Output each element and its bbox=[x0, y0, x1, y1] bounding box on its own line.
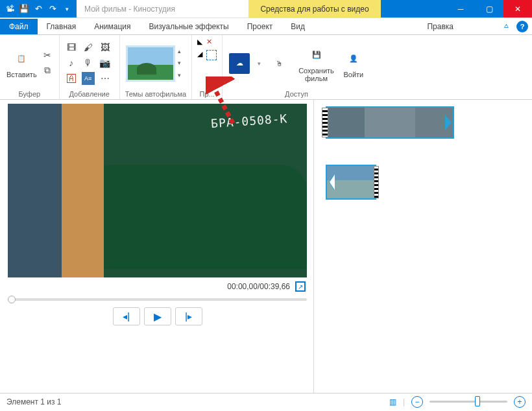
tab-home[interactable]: Главная bbox=[38, 19, 86, 34]
play-button[interactable]: ▶ bbox=[144, 307, 171, 325]
zoom-slider-thumb[interactable] bbox=[475, 396, 480, 406]
theme-gallery-scroll[interactable]: ▴ ▾ ▾ bbox=[178, 45, 186, 82]
playback-slider-thumb[interactable] bbox=[8, 296, 16, 303]
delete-icon[interactable]: ✕ bbox=[206, 38, 212, 46]
minimize-button[interactable]: ─ bbox=[446, 0, 475, 18]
add-video-icon[interactable]: 🎞 bbox=[65, 41, 78, 54]
ribbon-tabs: Файл Главная Анимация Визуальные эффекты… bbox=[0, 18, 532, 35]
paste-label: Вставить bbox=[6, 71, 37, 78]
share-cursor-icon: 🖱 bbox=[269, 53, 289, 74]
chevron-down-icon[interactable]: ▾ bbox=[178, 60, 186, 66]
snapshot-icon[interactable]: 📷 bbox=[99, 56, 112, 69]
close-button[interactable]: ✕ bbox=[503, 0, 532, 18]
login-label: Войти bbox=[343, 71, 363, 78]
view-thumbnails-icon[interactable]: ▥ bbox=[389, 397, 396, 406]
qat-dropdown-icon[interactable]: ▾ bbox=[62, 5, 71, 14]
maximize-button[interactable]: ▢ bbox=[475, 0, 503, 18]
fullscreen-icon[interactable]: ↗ bbox=[295, 281, 306, 292]
preview-frame: БРА-0508-К bbox=[8, 104, 307, 277]
gallery-expand-icon[interactable]: ▾ bbox=[178, 72, 186, 78]
file-tab[interactable]: Файл bbox=[0, 19, 38, 34]
tab-edit-context[interactable]: Правка bbox=[383, 19, 498, 34]
paste-button[interactable]: 📋 Вставить bbox=[5, 47, 38, 80]
adding-buttons: 🎞 🖌 🖼 ♪ 🎙 📷 🄰 A≡ ⋯ bbox=[65, 41, 114, 86]
tab-animation[interactable]: Анимация bbox=[85, 19, 139, 34]
status-item-count: Элемент 1 из 1 bbox=[6, 397, 62, 406]
share-more-icon[interactable]: ▾ bbox=[258, 60, 261, 67]
group-edit: ◣ ✕ ◢ Пр... bbox=[192, 35, 223, 99]
help-icon[interactable]: ? bbox=[516, 21, 528, 32]
titlebar: 📽 💾 ↶ ↷ ▾ Мой фильм - Киностудия Средств… bbox=[0, 0, 532, 18]
clipboard-icon: 📋 bbox=[11, 49, 32, 69]
status-right: ▥ | − + bbox=[389, 396, 526, 408]
group-themes-label: Темы автофильма bbox=[125, 89, 187, 98]
timeline-clip-1[interactable] bbox=[326, 106, 454, 139]
preview-pane: БРА-0508-К 00:00,00/00:39,66 ↗ ◂ǀ ▶ ǀ▸ bbox=[0, 100, 314, 393]
undo-icon[interactable]: ↶ bbox=[34, 5, 43, 14]
chevron-up-icon[interactable]: ▴ bbox=[178, 48, 186, 54]
next-frame-button[interactable]: ǀ▸ bbox=[175, 307, 202, 325]
save-movie-label: Сохранить фильм bbox=[298, 67, 334, 82]
select-all-icon[interactable] bbox=[206, 50, 217, 60]
time-display: 00:00,00/00:39,66 bbox=[227, 282, 290, 291]
record-icon[interactable]: 🎙 bbox=[82, 56, 95, 69]
user-icon: 👤 bbox=[343, 49, 364, 69]
save-movie-button[interactable]: 💾 Сохранить фильм bbox=[297, 43, 335, 84]
playback-slider-row bbox=[8, 296, 307, 307]
titlebar-spacer bbox=[381, 0, 446, 18]
preview-info-row: 00:00,00/00:39,66 ↗ bbox=[8, 277, 307, 296]
playback-controls: ◂ǀ ▶ ǀ▸ bbox=[8, 307, 307, 325]
tab-visual-effects[interactable]: Визуальные эффекты bbox=[140, 19, 238, 34]
cut-icon[interactable]: ✂ bbox=[41, 49, 54, 62]
preview-video[interactable]: БРА-0508-К bbox=[8, 104, 307, 277]
group-access: ☁ ▾ 🖱 💾 Сохранить фильм 👤 Войти Доступ bbox=[223, 35, 370, 99]
zoom-in-button[interactable]: + bbox=[514, 396, 526, 408]
tab-project[interactable]: Проект bbox=[238, 19, 282, 34]
add-photo-icon[interactable]: 🖌 bbox=[82, 41, 95, 54]
save-movie-icon: 💾 bbox=[306, 45, 327, 65]
add-music-icon[interactable]: ♪ bbox=[65, 56, 78, 69]
save-icon[interactable]: 💾 bbox=[19, 5, 29, 14]
theme-thumbnail[interactable] bbox=[126, 45, 175, 82]
login-button[interactable]: 👤 Войти bbox=[342, 47, 365, 80]
timeline-pane[interactable] bbox=[314, 100, 532, 393]
window-title: Мой фильм - Киностудия bbox=[77, 5, 183, 14]
group-access-label: Доступ bbox=[285, 89, 308, 98]
credits-icon[interactable]: ⋯ bbox=[99, 72, 112, 85]
onedrive-icon: ☁ bbox=[229, 53, 250, 74]
group-buffer-label: Буфер bbox=[19, 89, 41, 98]
app-icon: 📽 bbox=[5, 5, 14, 14]
caption-icon[interactable]: A≡ bbox=[82, 72, 95, 85]
window-controls: ─ ▢ ✕ bbox=[446, 0, 532, 18]
copy-icon[interactable]: ⧉ bbox=[41, 64, 54, 77]
group-adding: 🎞 🖌 🖼 ♪ 🎙 📷 🄰 A≡ ⋯ Добавление bbox=[60, 35, 120, 99]
playback-slider[interactable] bbox=[8, 298, 307, 301]
rotate-left-icon[interactable]: ◣ bbox=[197, 38, 202, 46]
cursor-share-button[interactable]: 🖱 bbox=[267, 52, 291, 75]
rotate-right-icon[interactable]: ◢ bbox=[197, 50, 202, 60]
buffer-small-buttons: ✂ ⧉ bbox=[41, 49, 54, 78]
group-adding-label: Добавление bbox=[69, 89, 109, 98]
redo-icon[interactable]: ↷ bbox=[48, 5, 57, 14]
group-buffer: 📋 Вставить ✂ ⧉ Буфер bbox=[0, 35, 60, 99]
statusbar: Элемент 1 из 1 ▥ | − + bbox=[0, 393, 532, 410]
ribbon: 📋 Вставить ✂ ⧉ Буфер 🎞 🖌 🖼 ♪ 🎙 📷 🄰 A≡ ⋯ bbox=[0, 35, 532, 100]
content-area: БРА-0508-К 00:00,00/00:39,66 ↗ ◂ǀ ▶ ǀ▸ bbox=[0, 100, 532, 393]
tab-view[interactable]: Вид bbox=[282, 19, 314, 34]
preview-overlay-text: БРА-0508-К bbox=[210, 112, 288, 130]
group-edit-label: Пр... bbox=[200, 89, 215, 98]
group-themes: ▴ ▾ ▾ Темы автофильма bbox=[120, 35, 193, 99]
context-tab-video-tools: Средства для работы с видео bbox=[248, 0, 380, 18]
add-image-icon[interactable]: 🖼 bbox=[99, 41, 112, 54]
title-icon[interactable]: 🄰 bbox=[65, 72, 78, 85]
zoom-out-button[interactable]: − bbox=[411, 396, 423, 408]
quick-access-toolbar: 📽 💾 ↶ ↷ ▾ bbox=[0, 0, 77, 18]
collapse-ribbon-icon[interactable]: ㅿ bbox=[498, 18, 515, 34]
onedrive-button[interactable]: ☁ bbox=[228, 52, 251, 75]
prev-frame-button[interactable]: ◂ǀ bbox=[113, 307, 140, 325]
zoom-slider[interactable] bbox=[429, 401, 507, 403]
timeline-clip-2[interactable] bbox=[326, 165, 376, 200]
